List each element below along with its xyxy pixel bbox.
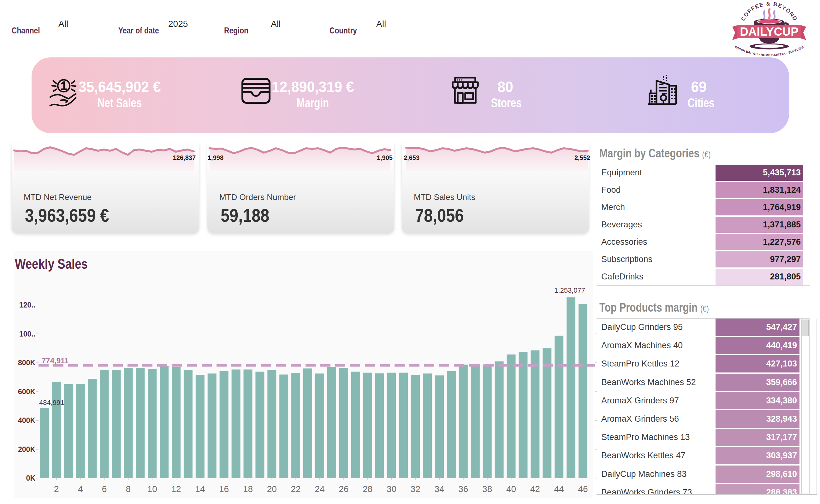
svg-text:32: 32 [411,484,420,494]
svg-text:2: 2 [54,484,59,494]
svg-text:0K: 0K [26,474,36,482]
svg-text:22: 22 [291,484,301,494]
svg-text:46: 46 [578,484,588,494]
svg-text:30: 30 [387,484,396,494]
svg-text:200K: 200K [18,445,35,454]
svg-text:6: 6 [102,484,107,494]
svg-text:10: 10 [147,484,157,494]
svg-text:18: 18 [243,484,253,494]
svg-text:38: 38 [482,484,492,494]
svg-text:34: 34 [434,484,444,494]
svg-text:4: 4 [78,484,83,494]
svg-text:2,653: 2,653 [404,154,419,161]
svg-text:484,991: 484,991 [39,399,64,407]
svg-text:40: 40 [506,484,516,494]
svg-text:400K: 400K [18,416,35,425]
svg-text:800K: 800K [18,359,35,367]
svg-text:26: 26 [339,484,349,494]
svg-text:100..: 100.. [19,330,35,338]
svg-text:DAILYCUP: DAILYCUP [740,25,799,38]
svg-text:42: 42 [530,484,540,494]
svg-text:28: 28 [363,484,372,494]
svg-text:20: 20 [267,484,277,494]
svg-text:2,552: 2,552 [574,154,590,161]
svg-text:16: 16 [219,484,229,494]
svg-text:774,911: 774,911 [42,356,68,365]
svg-text:1,253,077: 1,253,077 [554,286,585,294]
svg-text:12: 12 [171,484,181,494]
svg-text:24: 24 [315,484,325,494]
svg-text:600K: 600K [18,388,35,396]
svg-text:120..: 120.. [19,301,35,309]
svg-text:1,998: 1,998 [208,154,224,161]
svg-text:1,905: 1,905 [377,154,393,161]
svg-text:14: 14 [195,484,205,494]
svg-text:126,837: 126,837 [173,154,196,161]
svg-text:44: 44 [554,484,564,494]
svg-text:8: 8 [126,484,131,494]
svg-text:36: 36 [458,484,468,494]
